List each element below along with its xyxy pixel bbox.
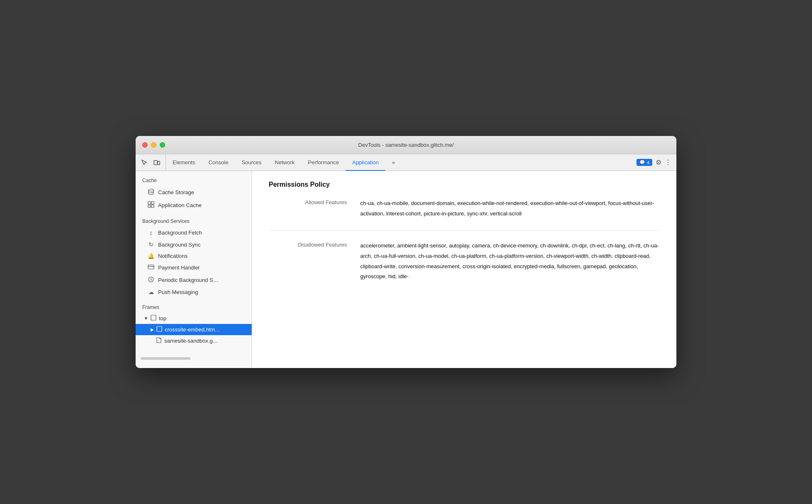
tab-elements[interactable]: Elements <box>166 155 202 171</box>
tree-item-crosssite-embed[interactable]: ▶ crosssite-embed.htm… <box>136 324 252 335</box>
bell-icon: 🔔 <box>147 253 155 259</box>
sidebar-item-background-fetch[interactable]: ↕ Background Fetch <box>136 227 252 239</box>
svg-rect-7 <box>148 265 154 269</box>
window-title: DevTools - samesite-sandbox.glitch.me/ <box>358 142 454 148</box>
svg-line-11 <box>151 280 152 281</box>
database-icon <box>147 188 155 196</box>
devtools-window: DevTools - samesite-sandbox.glitch.me/ E… <box>136 136 676 368</box>
main-content: Cache Cache Storage <box>136 171 676 368</box>
svg-rect-6 <box>151 205 154 208</box>
svg-rect-4 <box>151 202 154 204</box>
sidebar-item-push-messaging[interactable]: ☁ Push Messaging <box>136 287 252 298</box>
sync-icon: ↻ <box>147 241 155 248</box>
samesite-sandbox-label: samesite-sandbox.g… <box>164 338 218 344</box>
card-icon <box>147 264 155 271</box>
background-fetch-label: Background Fetch <box>158 230 245 236</box>
sidebar-section-bg-services-label: Background Services <box>136 212 252 227</box>
tab-more[interactable]: » <box>385 155 401 171</box>
arrows-updown-icon: ↕ <box>147 229 155 236</box>
periodic-background-sync-label: Periodic Background S… <box>158 277 245 283</box>
sidebar-item-background-sync[interactable]: ↻ Background Sync <box>136 239 252 250</box>
settings-icon[interactable]: ⚙ <box>656 158 661 166</box>
sidebar: Cache Cache Storage <box>136 171 252 368</box>
cache-storage-label: Cache Storage <box>158 189 245 195</box>
allowed-features-label: Allowed Features <box>269 198 360 219</box>
divider <box>269 230 660 231</box>
sidebar-item-periodic-background-sync[interactable]: Periodic Background S… <box>136 274 252 287</box>
svg-rect-3 <box>148 202 151 204</box>
payment-handler-label: Payment Handler <box>158 264 245 271</box>
toolbar: Elements Console Sources Network Perform… <box>136 154 676 171</box>
tab-console[interactable]: Console <box>202 155 235 171</box>
tab-network[interactable]: Network <box>268 155 302 171</box>
notifications-label: Notifications <box>158 253 245 259</box>
device-toggle-icon[interactable] <box>151 157 162 168</box>
notification-icon: 💬 <box>639 160 645 165</box>
sidebar-item-application-cache[interactable]: Application Cache <box>136 199 252 212</box>
tab-application[interactable]: Application <box>346 155 386 171</box>
background-sync-label: Background Sync <box>158 242 245 248</box>
tab-sources[interactable]: Sources <box>235 155 268 171</box>
tree-item-top[interactable]: ▼ top <box>136 313 252 324</box>
traffic-lights <box>142 142 165 148</box>
toolbar-right: 💬 4 ⚙ ⋮ <box>631 154 676 170</box>
disallowed-features-value: accelerometer, ambient-light-sensor, aut… <box>360 241 660 282</box>
panel-title: Permissions Policy <box>269 181 660 188</box>
sidebar-section-frames-label: Frames <box>136 298 252 313</box>
application-cache-label: Application Cache <box>158 202 245 208</box>
crosssite-embed-label: crosssite-embed.htm… <box>165 326 220 333</box>
title-bar: DevTools - samesite-sandbox.glitch.me/ <box>136 136 676 154</box>
frame-icon <box>151 315 156 322</box>
svg-rect-1 <box>158 161 160 165</box>
sidebar-item-payment-handler[interactable]: Payment Handler <box>136 262 252 274</box>
more-icon[interactable]: ⋮ <box>665 158 671 166</box>
tab-performance[interactable]: Performance <box>301 155 345 171</box>
svg-point-2 <box>149 189 153 191</box>
push-messaging-label: Push Messaging <box>158 289 245 295</box>
cloud-icon: ☁ <box>147 289 155 295</box>
doc-icon <box>156 337 162 344</box>
minimize-button[interactable] <box>151 142 156 148</box>
sidebar-item-cache-storage[interactable]: Cache Storage <box>136 186 252 199</box>
svg-rect-5 <box>148 205 151 208</box>
inspect-icon[interactable] <box>139 157 150 168</box>
notification-badge[interactable]: 💬 4 <box>636 159 652 166</box>
arrow-right-icon: ▶ <box>151 327 154 332</box>
svg-rect-13 <box>157 326 162 331</box>
clock-icon <box>147 276 155 284</box>
top-frame-label: top <box>159 315 166 321</box>
allowed-features-value: ch-ua, ch-ua-mobile, document-domain, ex… <box>360 198 660 219</box>
svg-rect-0 <box>154 161 157 165</box>
tabs: Elements Console Sources Network Perform… <box>166 154 631 170</box>
policy-section-allowed: Allowed Features ch-ua, ch-ua-mobile, do… <box>269 198 660 219</box>
disallowed-features-label: Disallowed Features <box>269 241 360 282</box>
sidebar-item-notifications[interactable]: 🔔 Notifications <box>136 250 252 262</box>
arrow-down-icon: ▼ <box>144 316 148 321</box>
grid-icon <box>147 201 155 209</box>
notification-count: 4 <box>647 160 649 165</box>
close-button[interactable] <box>142 142 148 148</box>
maximize-button[interactable] <box>160 142 165 148</box>
svg-rect-12 <box>151 315 156 320</box>
sidebar-section-cache-label: Cache <box>136 171 252 186</box>
tree-item-samesite-sandbox[interactable]: ▶ samesite-sandbox.g… <box>136 335 252 346</box>
toolbar-left-icons <box>136 154 166 170</box>
content-panel: Permissions Policy Allowed Features ch-u… <box>252 171 676 368</box>
policy-section-disallowed: Disallowed Features accelerometer, ambie… <box>269 241 660 282</box>
frame-icon-embed <box>156 326 162 333</box>
